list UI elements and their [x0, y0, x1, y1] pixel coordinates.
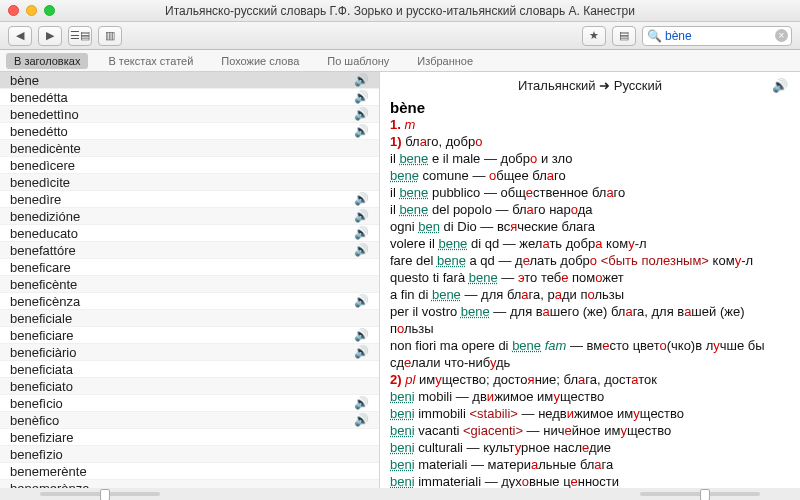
- filter-tab[interactable]: В текстах статей: [100, 53, 201, 69]
- wordlist-word: beneducato: [10, 226, 78, 241]
- article-line: il bene del popolo — благо народа: [390, 201, 790, 218]
- article-line: ogni ben di Dio — всяческие блага: [390, 218, 790, 235]
- wordlist-word: benedicènte: [10, 141, 81, 156]
- wordlist-row[interactable]: benedizióne🔊: [0, 208, 379, 225]
- wordlist-word: benedettìno: [10, 107, 79, 122]
- wordlist-row[interactable]: beneficiata: [0, 361, 379, 378]
- wordlist-word: beneficare: [10, 260, 71, 275]
- forward-button[interactable]: ▶: [38, 26, 62, 46]
- wordlist-row[interactable]: beneficiato: [0, 378, 379, 395]
- sound-icon[interactable]: 🔊: [354, 90, 369, 104]
- wordlist-row[interactable]: beneficiare🔊: [0, 327, 379, 344]
- sound-icon[interactable]: 🔊: [354, 124, 369, 138]
- sound-icon[interactable]: 🔊: [354, 345, 369, 359]
- filter-tab[interactable]: Избранное: [409, 53, 481, 69]
- wordlist-row[interactable]: benedìcere: [0, 157, 379, 174]
- wordlist-word: benedizióne: [10, 209, 80, 224]
- wordlist-word: benefattóre: [10, 243, 76, 258]
- wordlist-row[interactable]: beneficènza🔊: [0, 293, 379, 310]
- wordlist-row[interactable]: benefìcio🔊: [0, 395, 379, 412]
- wordlist-row[interactable]: benefattóre🔊: [0, 242, 379, 259]
- favorite-button[interactable]: ★: [582, 26, 606, 46]
- wordlist-row[interactable]: benedìcite: [0, 174, 379, 191]
- wordlist-word: beneficiare: [10, 328, 74, 343]
- article-line: beni vacanti <giacenti> — ничейное имуще…: [390, 422, 790, 439]
- wordlist-row[interactable]: benedettìno🔊: [0, 106, 379, 123]
- wordlist-row[interactable]: benedétto🔊: [0, 123, 379, 140]
- filter-tabstrip: В заголовкахВ текстах статейПохожие слов…: [0, 50, 800, 72]
- wordlist-row[interactable]: beneficiale: [0, 310, 379, 327]
- close-window-button[interactable]: [8, 5, 19, 16]
- sound-icon[interactable]: 🔊: [354, 396, 369, 410]
- bottom-bar: [0, 488, 800, 500]
- wordlist-row[interactable]: benedìre🔊: [0, 191, 379, 208]
- filter-tab[interactable]: По шаблону: [319, 53, 397, 69]
- sound-icon[interactable]: 🔊: [354, 226, 369, 240]
- article-line: bene comune — общее благо: [390, 167, 790, 184]
- traffic-lights: [8, 5, 55, 16]
- wordlist-row[interactable]: benemerènte: [0, 463, 379, 480]
- window-title: Итальянско-русский словарь Г.Ф. Зорько и…: [0, 4, 800, 18]
- sound-icon[interactable]: 🔊: [354, 192, 369, 206]
- clear-search-icon[interactable]: ×: [775, 29, 788, 42]
- wordlist-word: benedìre: [10, 192, 61, 207]
- article-line: beni materiali — материальные блага: [390, 456, 790, 473]
- wordlist-word: benedìcite: [10, 175, 70, 190]
- zoom-window-button[interactable]: [44, 5, 55, 16]
- wordlist-row[interactable]: benedétta🔊: [0, 89, 379, 106]
- view-mode-button[interactable]: ▤: [612, 26, 636, 46]
- article-pane[interactable]: Итальянский ➜ Русский 🔊 bène 1. m1) благ…: [380, 72, 800, 488]
- article-line: per il vostro bene — для вашего (же) бла…: [390, 303, 790, 337]
- wordlist-row[interactable]: beneficiàrio🔊: [0, 344, 379, 361]
- wordlist-row[interactable]: benemerènza: [0, 480, 379, 488]
- wordlist-row[interactable]: beneducato🔊: [0, 225, 379, 242]
- article-line: questo ti farà bene — это тебе поможет: [390, 269, 790, 286]
- minimize-window-button[interactable]: [26, 5, 37, 16]
- article-line: beni immateriali — духовные ценности: [390, 473, 790, 488]
- article-line: il bene pubblico — общественное благо: [390, 184, 790, 201]
- search-input[interactable]: [642, 26, 792, 46]
- sound-icon[interactable]: 🔊: [354, 107, 369, 121]
- article-line: fare del bene a qd — делать добро <быть …: [390, 252, 790, 269]
- sound-icon[interactable]: 🔊: [354, 413, 369, 427]
- wordlist-row[interactable]: beneficare: [0, 259, 379, 276]
- wordlist-word: beneficiale: [10, 311, 72, 326]
- wordlist-word: benemerènte: [10, 464, 87, 479]
- sound-icon[interactable]: 🔊: [354, 294, 369, 308]
- back-button[interactable]: ◀: [8, 26, 32, 46]
- sound-icon[interactable]: 🔊: [354, 73, 369, 87]
- wordlist-word: beneficènza: [10, 294, 80, 309]
- wordlist-word: beneficiata: [10, 362, 73, 377]
- wordlist-word: benedétta: [10, 90, 68, 105]
- filter-tab[interactable]: Похожие слова: [213, 53, 307, 69]
- sound-icon[interactable]: 🔊: [354, 328, 369, 342]
- toolbar: ◀ ▶ ☰▤ ▥ ★ ▤ 🔍 ×: [0, 22, 800, 50]
- direction-label: Итальянский ➜ Русский: [518, 78, 662, 93]
- wordlist-word: beneficiato: [10, 379, 73, 394]
- wordlist-pane[interactable]: bène🔊benedétta🔊benedettìno🔊benedétto🔊ben…: [0, 72, 380, 488]
- article-line: non fiori ma opere di bene fam — вместо …: [390, 337, 790, 371]
- wordlist-row[interactable]: beneficènte: [0, 276, 379, 293]
- headword: bène: [380, 99, 800, 116]
- dictionaries-button[interactable]: ▥: [98, 26, 122, 46]
- wordlist-word: benedìcere: [10, 158, 75, 173]
- right-zoom-slider[interactable]: [640, 492, 760, 496]
- wordlist-row[interactable]: benedicènte: [0, 140, 379, 157]
- wordlist-word: bène: [10, 73, 39, 88]
- wordlist-row[interactable]: bène🔊: [0, 72, 379, 89]
- sound-icon[interactable]: 🔊: [354, 209, 369, 223]
- wordlist-word: benedétto: [10, 124, 68, 139]
- left-zoom-slider[interactable]: [40, 492, 160, 496]
- wordlist-word: benemerènza: [10, 481, 90, 489]
- wordlist-row[interactable]: benefìzio: [0, 446, 379, 463]
- wordlist-word: beneficènte: [10, 277, 77, 292]
- sound-icon[interactable]: 🔊: [354, 243, 369, 257]
- wordlist-row[interactable]: benefiziare: [0, 429, 379, 446]
- catalog-button[interactable]: ☰▤: [68, 26, 92, 46]
- article-line: 1) благо, добро: [390, 133, 790, 150]
- speak-icon[interactable]: 🔊: [772, 78, 788, 93]
- article-body: 1. m1) благо, доброil bene e il male — д…: [380, 116, 800, 488]
- filter-tab[interactable]: В заголовках: [6, 53, 88, 69]
- wordlist-row[interactable]: benèfico🔊: [0, 412, 379, 429]
- article-line: beni culturali — культурное наследие: [390, 439, 790, 456]
